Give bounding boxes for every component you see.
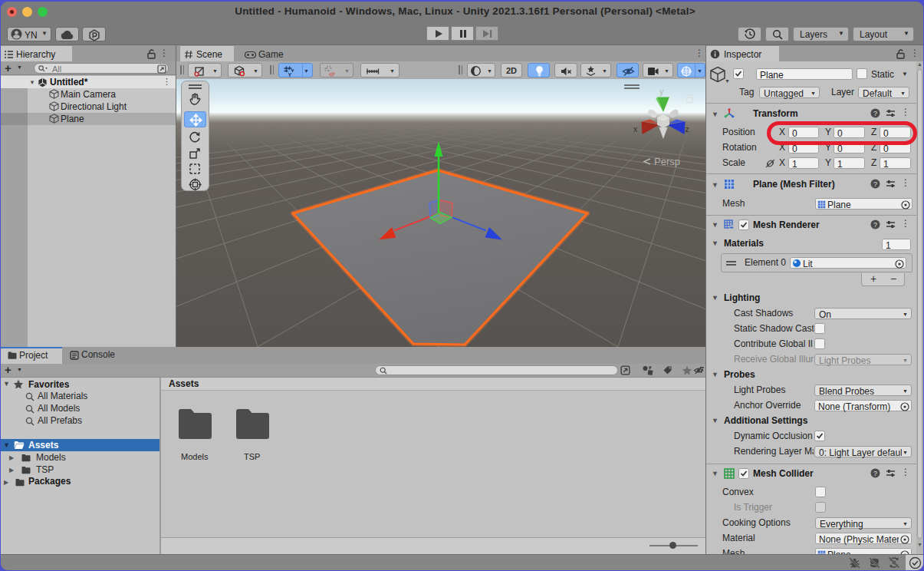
svg-text:?: ?	[873, 110, 877, 117]
svg-text:x: x	[633, 124, 638, 134]
svg-text:?: ?	[873, 221, 877, 229]
svg-text:?: ?	[873, 470, 877, 477]
svg-text:y: y	[659, 87, 664, 96]
svg-text:Persp: Persp	[654, 156, 680, 167]
svg-text:?: ?	[873, 180, 877, 188]
svg-text:Y: Y	[288, 71, 292, 77]
svg-text:z: z	[686, 124, 689, 134]
